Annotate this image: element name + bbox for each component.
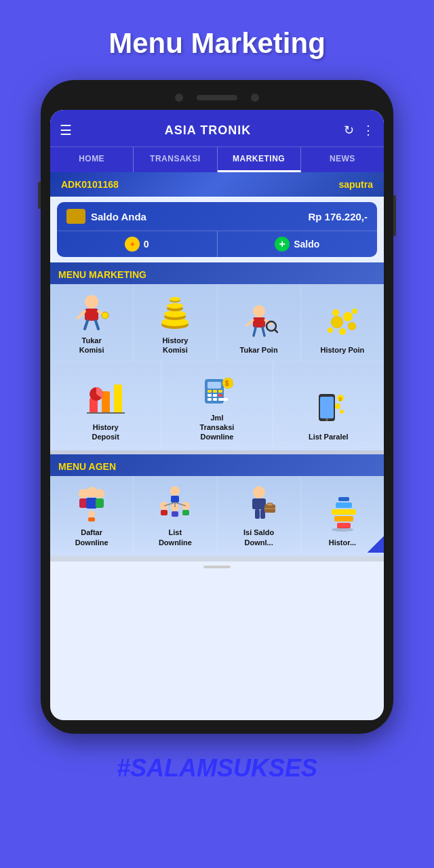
- phone-frame: ☰ ASIA TRONIK ↻ ⋮ HOME TRANSAKSI MARKETI…: [41, 80, 393, 734]
- poin-section: ✦ 0: [57, 231, 218, 257]
- menu-marketing-grid: TukarKomisi: [50, 284, 384, 450]
- svg-rect-44: [218, 394, 222, 397]
- menu-item-history-deposit[interactable]: HistoryDeposit: [50, 361, 161, 448]
- svg-line-5: [96, 321, 98, 329]
- svg-point-64: [88, 511, 95, 517]
- menu-row-2: HistoryDeposit: [50, 361, 384, 448]
- hamburger-icon[interactable]: ☰: [60, 122, 72, 138]
- user-name: saputra: [338, 179, 373, 190]
- scroll-spacer: [50, 556, 384, 561]
- svg-rect-86: [332, 509, 356, 515]
- svg-point-89: [332, 528, 353, 532]
- top-bar: ☰ ASIA TRONIK ↻ ⋮: [50, 114, 384, 146]
- refresh-icon[interactable]: ↻: [344, 123, 354, 138]
- svg-rect-69: [161, 510, 167, 515]
- saldo-row: Saldo Anda Rp 176.220,-: [57, 202, 377, 231]
- svg-rect-82: [267, 503, 273, 506]
- tab-transaksi[interactable]: TRANSAKSI: [134, 147, 217, 172]
- menu-item-list-downline[interactable]: ListDownline: [134, 476, 217, 553]
- svg-rect-43: [213, 394, 217, 397]
- menu-item-list-paralel[interactable]: $ List Paralel: [273, 361, 384, 448]
- svg-line-21: [254, 328, 256, 336]
- menu-agen-grid: DaftarDownline: [50, 476, 384, 556]
- history-deposit-label: HistoryDeposit: [92, 422, 119, 442]
- svg-line-4: [85, 321, 87, 329]
- menu-item-history-4[interactable]: Histor...: [301, 476, 384, 553]
- svg-rect-85: [334, 516, 353, 521]
- svg-point-0: [85, 295, 98, 309]
- menu-agen-row: DaftarDownline: [50, 476, 384, 553]
- svg-rect-40: [213, 390, 217, 393]
- user-banner: ADK0101168 saputra: [50, 172, 384, 197]
- svg-rect-34: [114, 384, 122, 413]
- history-poin-icon: [322, 300, 363, 341]
- camera-right: [251, 94, 259, 102]
- tab-news[interactable]: NEWS: [301, 147, 384, 172]
- menu-agen-section: MENU AGEN: [50, 454, 384, 556]
- menu-item-tukar-komisi[interactable]: TukarKomisi: [50, 284, 134, 361]
- svg-rect-38: [208, 382, 221, 389]
- user-id: ADK0101168: [61, 179, 119, 190]
- svg-point-66: [170, 486, 180, 496]
- svg-line-2: [78, 311, 85, 318]
- saldo-label: Saldo Anda: [91, 211, 146, 222]
- svg-point-77: [253, 486, 265, 498]
- saldo-amount: Rp 176.220,-: [308, 211, 368, 222]
- svg-line-22: [262, 328, 264, 336]
- svg-point-55: [335, 403, 340, 409]
- svg-rect-80: [260, 509, 265, 519]
- svg-rect-45: [208, 398, 212, 401]
- history-komisi-icon: [155, 291, 195, 332]
- jml-transaksi-icon: $: [197, 368, 237, 409]
- jml-transaksi-label: JmlTransaksiDownline: [200, 413, 235, 442]
- speaker: [197, 95, 237, 100]
- svg-point-10: [164, 311, 186, 317]
- menu-item-history-poin[interactable]: History Poin: [301, 284, 384, 361]
- menu-item-history-komisi[interactable]: HistoryKomisi: [134, 284, 217, 361]
- wallet-icon: [66, 209, 85, 224]
- tab-home[interactable]: HOME: [50, 147, 134, 172]
- menu-marketing-header: MENU MARKETING: [50, 262, 384, 284]
- svg-point-30: [328, 328, 333, 333]
- phone-screen: ☰ ASIA TRONIK ↻ ⋮ HOME TRANSAKSI MARKETI…: [50, 110, 384, 720]
- svg-rect-42: [208, 394, 212, 397]
- tukar-komisi-label: TukarKomisi: [79, 336, 104, 355]
- histor-label: Histor...: [329, 538, 356, 547]
- daftar-downline-icon: [71, 483, 112, 524]
- svg-rect-16: [253, 317, 265, 328]
- app-title: ASIA TRONIK: [79, 123, 337, 138]
- more-icon[interactable]: ⋮: [362, 123, 374, 138]
- menu-item-isi-saldo-downline[interactable]: Isi SaldoDownl...: [218, 476, 301, 553]
- menu-item-jml-transaksi[interactable]: $ JmlTransaksiDownline: [161, 361, 273, 448]
- svg-rect-52: [320, 397, 334, 418]
- svg-rect-65: [88, 517, 95, 521]
- saldo-btn-label: Saldo: [294, 239, 319, 250]
- poin-count: 0: [144, 239, 149, 250]
- page-title: Menu Marketing: [108, 27, 326, 60]
- svg-point-26: [332, 309, 339, 316]
- menu-item-tukar-poin[interactable]: Tukar Poin: [218, 284, 301, 361]
- svg-point-25: [343, 312, 353, 321]
- menu-item-daftar-downline[interactable]: DaftarDownline: [50, 476, 134, 553]
- svg-point-6: [102, 312, 108, 319]
- phone-top-bar: [50, 94, 384, 102]
- tab-marketing[interactable]: MARKETING: [218, 147, 301, 172]
- tukar-poin-label: Tukar Poin: [240, 345, 278, 355]
- svg-line-17: [247, 320, 253, 326]
- list-downline-label: ListDownline: [159, 528, 192, 547]
- tukar-poin-icon: [239, 300, 279, 341]
- saldo-button[interactable]: + Saldo: [218, 231, 378, 257]
- svg-point-12: [167, 303, 183, 309]
- svg-rect-73: [182, 510, 189, 515]
- power-button: [393, 195, 396, 236]
- svg-rect-78: [252, 498, 266, 509]
- svg-rect-46: [213, 398, 217, 401]
- menu-marketing-section: MENU MARKETING: [50, 262, 384, 450]
- svg-point-15: [253, 305, 265, 317]
- isi-saldo-label: Isi SaldoDownl...: [243, 528, 274, 547]
- svg-rect-62: [86, 498, 97, 509]
- svg-point-14: [170, 297, 180, 301]
- scroll-indicator: [50, 561, 384, 572]
- camera-left: [175, 94, 183, 102]
- list-paralel-icon: $: [308, 387, 349, 428]
